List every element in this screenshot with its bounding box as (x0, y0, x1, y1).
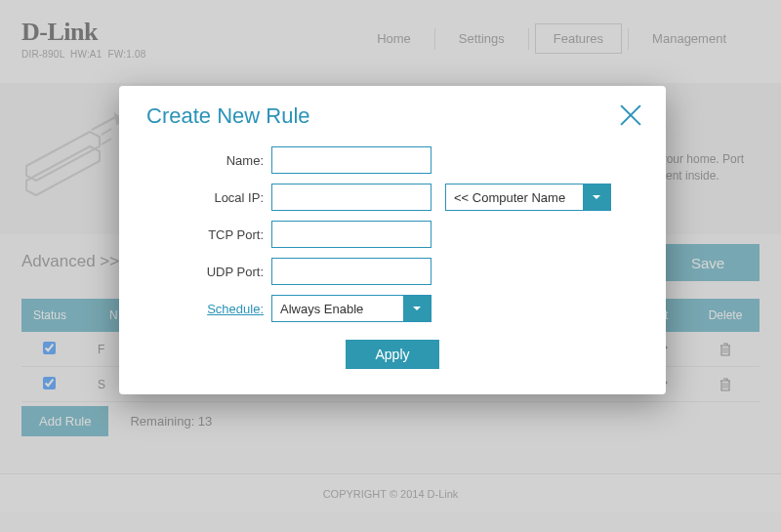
udp-port-field[interactable] (271, 258, 432, 285)
computer-name-select[interactable]: << Computer Name (445, 184, 611, 211)
label-udp-port: UDP Port: (146, 265, 271, 279)
computer-name-value: << Computer Name (446, 190, 583, 205)
label-local-ip: Local IP: (146, 190, 271, 205)
chevron-down-icon (583, 184, 610, 210)
apply-button[interactable]: Apply (346, 340, 439, 369)
label-name: Name: (146, 153, 271, 168)
close-icon[interactable] (617, 102, 644, 129)
tcp-port-field[interactable] (271, 221, 432, 248)
create-rule-modal: Create New Rule Name: Local IP: << Compu… (119, 86, 666, 394)
modal-title: Create New Rule (146, 103, 638, 129)
chevron-down-icon (403, 296, 431, 321)
schedule-value: Always Enable (272, 302, 403, 316)
label-schedule[interactable]: Schedule: (146, 302, 271, 316)
local-ip-field[interactable] (271, 184, 432, 211)
name-field[interactable] (271, 146, 432, 174)
schedule-select[interactable]: Always Enable (271, 295, 432, 322)
label-tcp-port: TCP Port: (146, 227, 271, 242)
